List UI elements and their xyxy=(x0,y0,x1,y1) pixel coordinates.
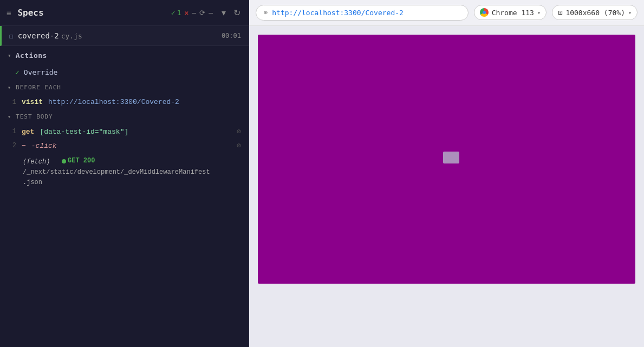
file-ext: cy.js xyxy=(61,32,82,40)
status-badges: ✓ 1 ✕ — ⟳ — xyxy=(171,9,213,17)
refresh-button[interactable]: ↻ xyxy=(231,5,243,20)
browser-chevron-icon: ▾ xyxy=(537,10,541,16)
before-each-header[interactable]: ▾ BEFORE EACH xyxy=(0,80,249,95)
override-item[interactable]: ✓ Override xyxy=(0,65,249,80)
test-body-label: TEST BODY xyxy=(16,113,53,120)
chrome-icon xyxy=(480,8,489,17)
get-copy-icon[interactable]: ⊘ xyxy=(237,127,241,136)
viewport-size: 1000x660 (70%) xyxy=(565,9,625,17)
right-panel xyxy=(249,26,644,347)
url-text: http://localhost:3300/Covered-2 xyxy=(272,9,404,17)
fetch-method-text: GET 200 xyxy=(68,156,95,166)
code-line-click[interactable]: 2 −-click ⊘ xyxy=(0,139,249,153)
fetch-dot-icon xyxy=(62,159,66,163)
browser-bar: ⊕ http://localhost:3300/Covered-2 Chrome… xyxy=(249,0,644,26)
left-panel: ☐ covered-2 cy.js 00:01 ▾ Actions ✓ Over… xyxy=(0,26,249,347)
file-icon: ☐ xyxy=(9,32,14,40)
before-each-chevron-icon: ▾ xyxy=(8,84,11,90)
click-dash: − xyxy=(22,142,26,150)
x-icon: ✕ xyxy=(185,9,189,17)
chevron-down-button[interactable]: ▾ xyxy=(219,5,228,20)
browser-name: Chrome 113 xyxy=(492,9,534,17)
pending-badge: — xyxy=(192,9,196,17)
viewport-badge[interactable]: ⊡ 1000x660 (70%) ▾ xyxy=(552,5,638,20)
click-copy-icon[interactable]: ⊘ xyxy=(237,141,241,150)
top-bar: ≡ Specs ✓ 1 ✕ — ⟳ — ▾ ↻ ⊕ http://localho… xyxy=(0,0,644,26)
toolbar-controls: ▾ ↻ xyxy=(219,5,243,20)
globe-icon: ⊕ xyxy=(264,9,268,16)
viewport-chevron-icon: ▾ xyxy=(628,10,632,16)
browser-viewport xyxy=(258,35,635,284)
line-num-1: 1 xyxy=(8,99,16,106)
viewport-icon: ⊡ xyxy=(558,8,562,17)
code-line-get[interactable]: 1 get [data-test-id="mask"] ⊘ xyxy=(0,125,249,139)
get-cmd: get xyxy=(22,128,34,136)
file-name: covered-2 xyxy=(18,31,59,40)
actions-chevron-icon: ▾ xyxy=(8,52,11,59)
code-line-visit[interactable]: 1 visit http://localhost:3300/Covered-2 xyxy=(0,95,249,109)
get-selector: [data-test-id="mask"] xyxy=(40,128,128,136)
before-each-label: BEFORE EACH xyxy=(16,84,61,91)
fail-badge: ✕ xyxy=(185,9,189,17)
actions-section-header[interactable]: ▾ Actions xyxy=(0,46,249,65)
specs-menu-icon: ≡ xyxy=(6,9,11,17)
main-content: ☐ covered-2 cy.js 00:01 ▾ Actions ✓ Over… xyxy=(0,26,644,347)
file-time: 00:01 xyxy=(222,32,241,40)
test-body-chevron-icon: ▾ xyxy=(8,114,11,120)
override-label: Override xyxy=(24,68,58,76)
click-cmd: -click xyxy=(31,142,57,150)
mask-element xyxy=(443,152,459,163)
specs-section: ≡ Specs ✓ 1 ✕ — ⟳ — ▾ ↻ xyxy=(0,5,249,20)
browser-badge[interactable]: Chrome 113 ▾ xyxy=(474,5,547,20)
specs-title: Specs xyxy=(17,8,43,18)
fetch-path: /_next/static/development/_devMiddleware… xyxy=(23,168,210,186)
visit-url: http://localhost:3300/Covered-2 xyxy=(48,98,179,106)
fetch-label: (fetch) xyxy=(23,158,50,166)
extra-pending: — xyxy=(209,9,213,17)
visit-cmd: visit xyxy=(22,98,43,106)
running-badge: ⟳ xyxy=(199,9,205,17)
url-bar[interactable]: ⊕ http://localhost:3300/Covered-2 xyxy=(256,5,469,21)
file-header: ☐ covered-2 cy.js 00:01 xyxy=(0,26,249,46)
pass-badge: ✓ 1 xyxy=(171,9,181,17)
line-num-get: 1 xyxy=(8,128,16,135)
line-num-click: 2 xyxy=(8,142,16,149)
fetch-block: (fetch) GET 200 /_next/static/developmen… xyxy=(0,153,249,191)
test-body-header[interactable]: ▾ TEST BODY xyxy=(0,109,249,125)
actions-title: Actions xyxy=(16,51,47,60)
fetch-badge: GET 200 xyxy=(62,156,95,166)
override-check-icon: ✓ xyxy=(15,68,19,76)
check-icon: ✓ xyxy=(171,9,175,17)
